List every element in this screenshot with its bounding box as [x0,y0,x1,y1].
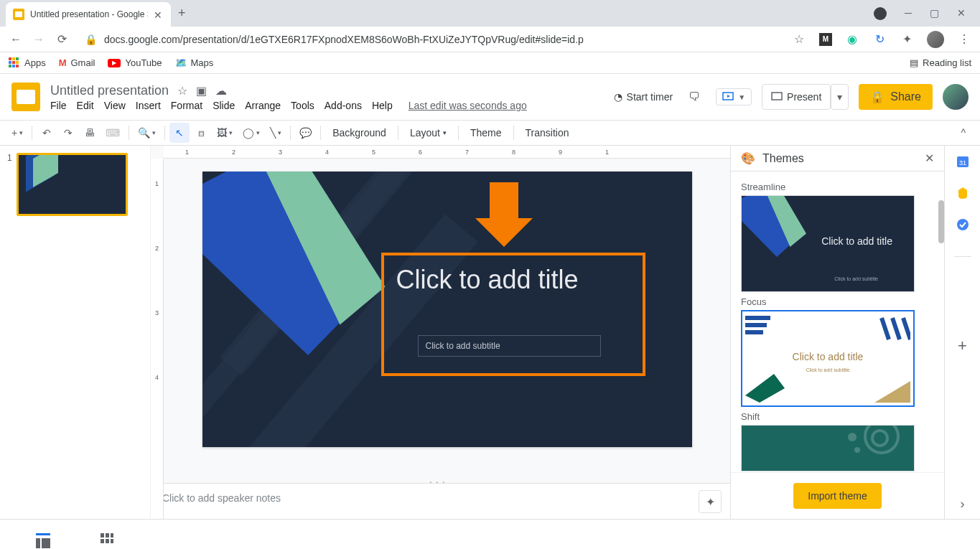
present-button[interactable]: Present [762,84,831,110]
chrome-menu-icon[interactable]: ⋮ [957,32,971,47]
new-slide-button[interactable]: +▾ [7,123,27,143]
menu-tools[interactable]: Tools [291,100,314,111]
decor-corner-icon [874,314,910,343]
back-icon[interactable]: ← [9,33,23,46]
menu-slide[interactable]: Slide [213,100,235,111]
apps-shortcut[interactable]: Apps [9,57,46,69]
layout-button[interactable]: Layout▾ [403,123,454,143]
extensions-icon[interactable]: ✦ [900,32,914,47]
minimize-icon[interactable]: ─ [905,7,912,20]
zoom-button[interactable]: 🔍▾ [134,123,160,143]
splitter-handle[interactable]: • • • [151,477,730,483]
present-dropdown[interactable]: ▾ [831,84,849,110]
filmstrip-view-tab[interactable] [36,533,50,543]
slides-logo-icon[interactable] [11,83,40,111]
hide-side-panel-icon[interactable]: › [961,497,965,512]
menu-edit[interactable]: Edit [77,100,94,111]
paint-format-button[interactable]: ⌨ [101,123,124,143]
menu-arrange[interactable]: Arrange [245,100,281,111]
reading-list-button[interactable]: ▤ Reading list [910,57,971,68]
share-button[interactable]: 🔒 Share [859,84,933,110]
url-field[interactable]: 🔒 docs.google.com/presentation/d/1eGTXE6… [78,34,783,45]
grid-view-tab[interactable] [101,533,115,543]
browser-tab[interactable]: Untitled presentation - Google S ✕ [6,2,171,27]
menu-format[interactable]: Format [171,100,202,111]
menubar: File Edit View Insert Format Slide Arran… [50,100,527,111]
slide-thumbnail[interactable] [17,153,128,216]
theme-name-label: Streamline [741,182,934,192]
star-doc-icon[interactable]: ☆ [177,84,187,98]
cloud-status-icon[interactable]: ☁ [215,84,227,98]
chevron-down-icon: ▼ [738,93,745,101]
calendar-icon[interactable]: 31 [956,154,970,169]
themes-panel: 🎨 Themes ✕ Streamline Click to add title… [730,146,944,519]
svg-rect-5 [36,538,40,548]
shape-tool[interactable]: ◯▾ [238,123,264,143]
doc-title[interactable]: Untitled presentation [50,83,169,98]
menu-view[interactable]: View [104,100,126,111]
theme-name-label: Focus [741,296,934,307]
ruler-horizontal: 1234567891 [164,146,730,159]
reload-icon[interactable]: ⟳ [55,32,69,46]
reading-list-icon: ▤ [910,57,918,68]
menu-file[interactable]: File [50,100,67,111]
start-timer-button[interactable]: ◔ Start timer [614,91,673,103]
slide-canvas[interactable]: Click to add title Click to add subtitle [202,172,692,447]
close-icon[interactable]: ✕ [154,9,164,19]
apps-icon [9,57,20,69]
svg-rect-7 [101,533,104,538]
select-tool[interactable]: ↖ [169,123,190,143]
palette-icon: 🎨 [741,151,755,166]
profile-avatar[interactable] [927,31,944,48]
address-bar: ← → ⟳ 🔒 docs.google.com/presentation/d/1… [0,27,980,52]
lock-icon: 🔒 [870,90,885,104]
comment-button[interactable]: 💬 [295,123,316,143]
add-addon-button[interactable]: + [958,337,967,355]
subtitle-placeholder[interactable]: Click to add subtitle [418,335,601,357]
theme-card-focus[interactable]: Click to add title Click to add subtitle [741,310,915,407]
background-button[interactable]: Background [325,123,393,143]
theme-card-streamline[interactable]: Click to add title Click to add subtitle [741,195,915,292]
image-tool[interactable]: 🖼▾ [213,123,237,143]
line-tool[interactable]: ╲▾ [266,123,286,143]
theme-card-shift[interactable] [741,425,915,471]
youtube-icon: ▶ [108,59,121,67]
title-placeholder[interactable]: Click to add title [396,265,579,295]
ext-grammarly-icon[interactable]: ◉ [845,32,859,47]
slideshow-button[interactable]: ▼ [716,88,752,105]
svg-rect-10 [101,539,104,543]
new-tab-button[interactable]: + [178,6,186,21]
tasks-icon[interactable] [956,217,970,232]
print-button[interactable]: 🖶 [80,123,100,143]
speaker-notes[interactable]: Click to add speaker notes [151,483,730,519]
youtube-bookmark[interactable]: ▶ YouTube [108,57,162,68]
transition-button[interactable]: Transition [518,123,577,143]
gmail-bookmark[interactable]: M Gmail [59,57,95,68]
scrollbar[interactable] [938,200,944,243]
forward-icon[interactable]: → [32,33,46,46]
close-window-icon[interactable]: ✕ [957,7,966,20]
move-doc-icon[interactable]: ▣ [196,84,207,98]
view-bar [0,519,980,549]
last-edit-link[interactable]: Last edit was seconds ago [409,100,527,111]
undo-button[interactable]: ↶ [37,123,57,143]
ext-gmail-icon[interactable]: M [819,33,832,46]
account-icon[interactable] [874,7,887,20]
user-avatar[interactable] [943,84,969,110]
keep-icon[interactable] [956,186,970,200]
star-icon[interactable]: ☆ [792,32,806,47]
maps-bookmark[interactable]: 🗺️ Maps [175,57,214,68]
ext-clock-icon[interactable]: ↻ [872,32,887,47]
collapse-toolbar-icon[interactable]: ^ [953,127,973,139]
textbox-tool[interactable]: ⧈ [191,123,211,143]
theme-button[interactable]: Theme [463,123,509,143]
redo-button[interactable]: ↷ [58,123,78,143]
maximize-icon[interactable]: ▢ [930,7,939,20]
menu-insert[interactable]: Insert [136,100,161,111]
menu-addons[interactable]: Add-ons [325,100,362,111]
menu-help[interactable]: Help [372,100,393,111]
import-theme-button[interactable]: Import theme [793,483,881,509]
comments-icon[interactable]: 🗨 [683,85,706,108]
close-panel-icon[interactable]: ✕ [925,151,934,165]
explore-button[interactable]: ✦ [699,490,722,513]
